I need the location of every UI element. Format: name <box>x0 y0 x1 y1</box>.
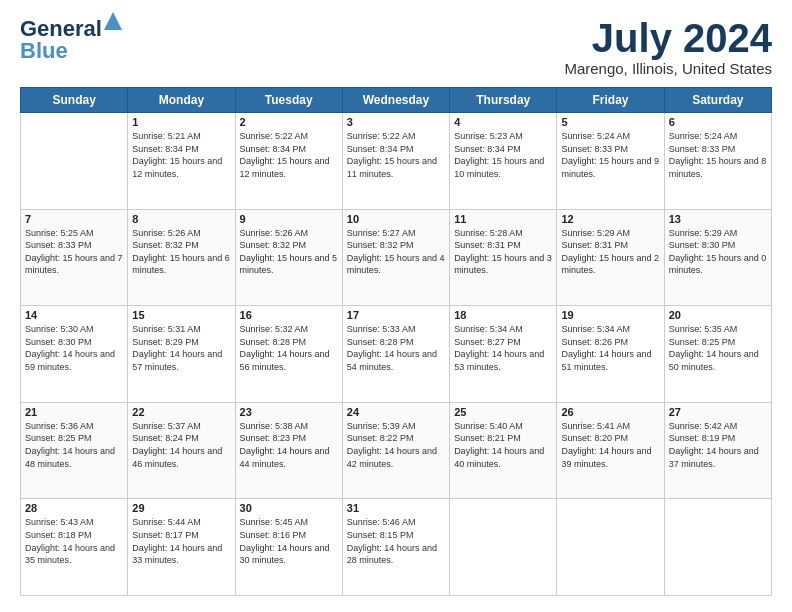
day-info: Sunrise: 5:42 AMSunset: 8:19 PMDaylight:… <box>669 421 759 469</box>
calendar-week-2: 7Sunrise: 5:25 AMSunset: 8:33 PMDaylight… <box>21 209 772 306</box>
svg-marker-0 <box>104 12 122 30</box>
day-info: Sunrise: 5:31 AMSunset: 8:29 PMDaylight:… <box>132 324 222 372</box>
day-number: 13 <box>669 213 767 225</box>
day-info: Sunrise: 5:29 AMSunset: 8:30 PMDaylight:… <box>669 228 767 276</box>
day-info: Sunrise: 5:25 AMSunset: 8:33 PMDaylight:… <box>25 228 123 276</box>
day-info: Sunrise: 5:35 AMSunset: 8:25 PMDaylight:… <box>669 324 759 372</box>
day-number: 12 <box>561 213 659 225</box>
day-number: 30 <box>240 502 338 514</box>
calendar-cell: 4Sunrise: 5:23 AMSunset: 8:34 PMDaylight… <box>450 113 557 210</box>
calendar-cell: 21Sunrise: 5:36 AMSunset: 8:25 PMDayligh… <box>21 402 128 499</box>
logo-general: General <box>20 16 102 41</box>
calendar-cell: 30Sunrise: 5:45 AMSunset: 8:16 PMDayligh… <box>235 499 342 596</box>
day-number: 11 <box>454 213 552 225</box>
day-number: 3 <box>347 116 445 128</box>
calendar-cell: 5Sunrise: 5:24 AMSunset: 8:33 PMDaylight… <box>557 113 664 210</box>
calendar-cell: 24Sunrise: 5:39 AMSunset: 8:22 PMDayligh… <box>342 402 449 499</box>
calendar-cell: 19Sunrise: 5:34 AMSunset: 8:26 PMDayligh… <box>557 306 664 403</box>
calendar-cell: 6Sunrise: 5:24 AMSunset: 8:33 PMDaylight… <box>664 113 771 210</box>
day-number: 8 <box>132 213 230 225</box>
day-info: Sunrise: 5:44 AMSunset: 8:17 PMDaylight:… <box>132 517 222 565</box>
calendar-table: Sunday Monday Tuesday Wednesday Thursday… <box>20 87 772 596</box>
calendar-cell: 1Sunrise: 5:21 AMSunset: 8:34 PMDaylight… <box>128 113 235 210</box>
month-year: July 2024 <box>564 16 772 60</box>
day-number: 24 <box>347 406 445 418</box>
header: General Blue July 2024 Marengo, Illinois… <box>20 16 772 77</box>
header-monday: Monday <box>128 88 235 113</box>
day-info: Sunrise: 5:22 AMSunset: 8:34 PMDaylight:… <box>240 131 330 179</box>
day-number: 21 <box>25 406 123 418</box>
page: General Blue July 2024 Marengo, Illinois… <box>0 0 792 612</box>
header-wednesday: Wednesday <box>342 88 449 113</box>
calendar-cell <box>21 113 128 210</box>
day-number: 5 <box>561 116 659 128</box>
day-number: 6 <box>669 116 767 128</box>
day-number: 15 <box>132 309 230 321</box>
day-info: Sunrise: 5:28 AMSunset: 8:31 PMDaylight:… <box>454 228 552 276</box>
day-info: Sunrise: 5:21 AMSunset: 8:34 PMDaylight:… <box>132 131 222 179</box>
day-info: Sunrise: 5:29 AMSunset: 8:31 PMDaylight:… <box>561 228 659 276</box>
day-info: Sunrise: 5:36 AMSunset: 8:25 PMDaylight:… <box>25 421 115 469</box>
day-number: 31 <box>347 502 445 514</box>
calendar-cell: 25Sunrise: 5:40 AMSunset: 8:21 PMDayligh… <box>450 402 557 499</box>
calendar-cell: 2Sunrise: 5:22 AMSunset: 8:34 PMDaylight… <box>235 113 342 210</box>
day-info: Sunrise: 5:41 AMSunset: 8:20 PMDaylight:… <box>561 421 651 469</box>
day-info: Sunrise: 5:26 AMSunset: 8:32 PMDaylight:… <box>240 228 338 276</box>
day-number: 18 <box>454 309 552 321</box>
calendar-cell: 20Sunrise: 5:35 AMSunset: 8:25 PMDayligh… <box>664 306 771 403</box>
day-info: Sunrise: 5:26 AMSunset: 8:32 PMDaylight:… <box>132 228 230 276</box>
calendar-cell: 17Sunrise: 5:33 AMSunset: 8:28 PMDayligh… <box>342 306 449 403</box>
location: Marengo, Illinois, United States <box>564 60 772 77</box>
calendar-cell <box>450 499 557 596</box>
calendar-cell: 18Sunrise: 5:34 AMSunset: 8:27 PMDayligh… <box>450 306 557 403</box>
calendar-cell: 3Sunrise: 5:22 AMSunset: 8:34 PMDaylight… <box>342 113 449 210</box>
calendar-cell: 11Sunrise: 5:28 AMSunset: 8:31 PMDayligh… <box>450 209 557 306</box>
calendar-cell: 8Sunrise: 5:26 AMSunset: 8:32 PMDaylight… <box>128 209 235 306</box>
day-info: Sunrise: 5:43 AMSunset: 8:18 PMDaylight:… <box>25 517 115 565</box>
day-info: Sunrise: 5:45 AMSunset: 8:16 PMDaylight:… <box>240 517 330 565</box>
day-info: Sunrise: 5:27 AMSunset: 8:32 PMDaylight:… <box>347 228 445 276</box>
day-number: 4 <box>454 116 552 128</box>
day-info: Sunrise: 5:22 AMSunset: 8:34 PMDaylight:… <box>347 131 437 179</box>
calendar-cell: 12Sunrise: 5:29 AMSunset: 8:31 PMDayligh… <box>557 209 664 306</box>
day-info: Sunrise: 5:39 AMSunset: 8:22 PMDaylight:… <box>347 421 437 469</box>
day-number: 2 <box>240 116 338 128</box>
title-section: July 2024 Marengo, Illinois, United Stat… <box>564 16 772 77</box>
day-info: Sunrise: 5:24 AMSunset: 8:33 PMDaylight:… <box>669 131 767 179</box>
day-number: 14 <box>25 309 123 321</box>
calendar-cell: 10Sunrise: 5:27 AMSunset: 8:32 PMDayligh… <box>342 209 449 306</box>
calendar-cell: 29Sunrise: 5:44 AMSunset: 8:17 PMDayligh… <box>128 499 235 596</box>
calendar-week-3: 14Sunrise: 5:30 AMSunset: 8:30 PMDayligh… <box>21 306 772 403</box>
day-info: Sunrise: 5:32 AMSunset: 8:28 PMDaylight:… <box>240 324 330 372</box>
calendar-cell: 28Sunrise: 5:43 AMSunset: 8:18 PMDayligh… <box>21 499 128 596</box>
calendar-week-1: 1Sunrise: 5:21 AMSunset: 8:34 PMDaylight… <box>21 113 772 210</box>
calendar-cell: 15Sunrise: 5:31 AMSunset: 8:29 PMDayligh… <box>128 306 235 403</box>
header-sunday: Sunday <box>21 88 128 113</box>
calendar-cell: 31Sunrise: 5:46 AMSunset: 8:15 PMDayligh… <box>342 499 449 596</box>
day-number: 28 <box>25 502 123 514</box>
day-number: 17 <box>347 309 445 321</box>
header-thursday: Thursday <box>450 88 557 113</box>
day-info: Sunrise: 5:37 AMSunset: 8:24 PMDaylight:… <box>132 421 222 469</box>
calendar-cell: 22Sunrise: 5:37 AMSunset: 8:24 PMDayligh… <box>128 402 235 499</box>
day-info: Sunrise: 5:34 AMSunset: 8:26 PMDaylight:… <box>561 324 651 372</box>
day-info: Sunrise: 5:38 AMSunset: 8:23 PMDaylight:… <box>240 421 330 469</box>
logo: General Blue <box>20 16 102 64</box>
calendar-cell: 7Sunrise: 5:25 AMSunset: 8:33 PMDaylight… <box>21 209 128 306</box>
day-number: 1 <box>132 116 230 128</box>
logo-triangle-icon <box>104 12 122 30</box>
day-number: 26 <box>561 406 659 418</box>
calendar-cell: 14Sunrise: 5:30 AMSunset: 8:30 PMDayligh… <box>21 306 128 403</box>
calendar-week-5: 28Sunrise: 5:43 AMSunset: 8:18 PMDayligh… <box>21 499 772 596</box>
calendar-week-4: 21Sunrise: 5:36 AMSunset: 8:25 PMDayligh… <box>21 402 772 499</box>
day-number: 25 <box>454 406 552 418</box>
calendar-cell: 26Sunrise: 5:41 AMSunset: 8:20 PMDayligh… <box>557 402 664 499</box>
calendar-cell: 23Sunrise: 5:38 AMSunset: 8:23 PMDayligh… <box>235 402 342 499</box>
day-info: Sunrise: 5:33 AMSunset: 8:28 PMDaylight:… <box>347 324 437 372</box>
day-number: 20 <box>669 309 767 321</box>
calendar-cell: 16Sunrise: 5:32 AMSunset: 8:28 PMDayligh… <box>235 306 342 403</box>
calendar-cell <box>557 499 664 596</box>
day-info: Sunrise: 5:24 AMSunset: 8:33 PMDaylight:… <box>561 131 659 179</box>
header-saturday: Saturday <box>664 88 771 113</box>
calendar-cell: 27Sunrise: 5:42 AMSunset: 8:19 PMDayligh… <box>664 402 771 499</box>
